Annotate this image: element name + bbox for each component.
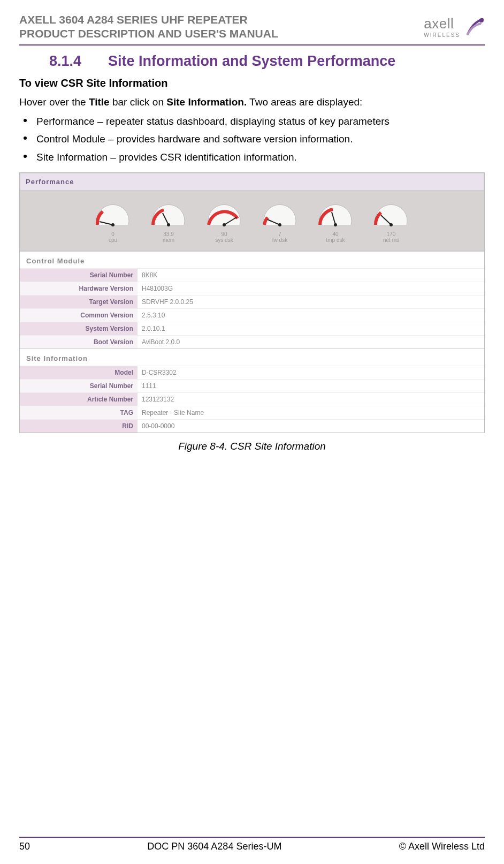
row-value: 2.5.3.10 xyxy=(138,309,484,322)
table-row: TAGRepeater - Site Name xyxy=(20,406,484,420)
svg-point-6 xyxy=(223,223,226,226)
row-key: RID xyxy=(20,420,138,433)
gauge-value: 0 xyxy=(111,231,114,237)
gauge-label: cpu xyxy=(109,237,117,243)
doc-title: AXELL 3604 A284 SERIES UHF REPEATER PROD… xyxy=(19,13,278,41)
table-row: Target VersionSDRVHF 2.0.0.25 xyxy=(20,295,484,309)
row-key: Article Number xyxy=(20,393,138,406)
table-row: Article Number123123132 xyxy=(20,393,484,406)
list-item: Performance – repeater status dashboard,… xyxy=(19,113,485,129)
control-module-panel-title: Control Module xyxy=(20,251,484,268)
gauge-cpu: 0cpu xyxy=(91,198,135,243)
table-row: Serial Number8K8K xyxy=(20,269,484,282)
svg-point-0 xyxy=(479,18,484,22)
gauge-mem: 33.9mem xyxy=(147,198,190,243)
gauge-value: 90 xyxy=(221,231,227,237)
brand-text: axell WIRELESS xyxy=(424,16,460,38)
row-value: AviBoot 2.0.0 xyxy=(138,336,484,349)
row-key: Boot Version xyxy=(20,336,138,349)
row-value: H481003G xyxy=(138,282,484,295)
table-row: Boot VersionAviBoot 2.0.0 xyxy=(20,336,484,349)
row-key: Hardware Version xyxy=(20,282,138,295)
table-row: ModelD-CSR3302 xyxy=(20,366,484,380)
intro-text: Hover over the Title bar click on Site I… xyxy=(19,95,485,110)
row-value: 8K8K xyxy=(138,269,484,282)
doc-title-line2: PRODUCT DESCRIPTION AND USER'S MANUAL xyxy=(19,27,278,41)
figure-caption: Figure 8-4. CSR Site Information xyxy=(19,441,485,452)
row-value: 123123132 xyxy=(138,393,484,406)
row-key: TAG xyxy=(20,406,138,420)
svg-point-2 xyxy=(111,223,114,226)
performance-panel-title: Performance xyxy=(20,173,484,190)
gauge-sys-dsk: 90sys dsk xyxy=(202,198,246,243)
svg-point-10 xyxy=(334,223,337,226)
subheading: To view CSR Site Information xyxy=(19,77,485,89)
table-row: System Version2.0.10.1 xyxy=(20,322,484,336)
gauge-tmp-dsk: 40tmp dsk xyxy=(314,198,357,243)
site-info-table: ModelD-CSR3302 Serial Number1111 Article… xyxy=(20,366,484,433)
intro-pre: Hover over the xyxy=(19,96,89,108)
intro-bold2: Site Information. xyxy=(166,96,247,108)
row-value: SDRVHF 2.0.0.25 xyxy=(138,295,484,309)
row-key: Model xyxy=(20,366,138,380)
table-row: Serial Number1111 xyxy=(20,380,484,393)
brand: axell WIRELESS xyxy=(424,16,485,38)
gauge-label: fw dsk xyxy=(272,237,287,243)
list-item: Site Information – provides CSR identifi… xyxy=(19,149,485,165)
svg-point-12 xyxy=(390,223,393,226)
row-key: Common Version xyxy=(20,309,138,322)
gauge-net-ms: 170net ms xyxy=(369,198,413,243)
row-key: System Version xyxy=(20,322,138,336)
intro-mid: bar click on xyxy=(110,96,167,108)
row-value: 1111 xyxy=(138,380,484,393)
gauge-value: 33.9 xyxy=(163,231,173,237)
document-header: AXELL 3604 A284 SERIES UHF REPEATER PROD… xyxy=(19,13,485,46)
svg-point-4 xyxy=(167,223,170,226)
gauge-strip: 0cpu 33.9mem 90sys dsk 7fw dsk 40tmp dsk… xyxy=(20,190,484,251)
row-key: Serial Number xyxy=(20,380,138,393)
gauge-label: tmp dsk xyxy=(326,237,345,243)
intro-bold1: Title xyxy=(89,96,110,108)
brand-sub: WIRELESS xyxy=(424,32,460,38)
svg-point-8 xyxy=(278,223,281,226)
section-title: Site Information and System Performance xyxy=(108,53,395,70)
table-row: Hardware VersionH481003G xyxy=(20,282,484,295)
row-value: Repeater - Site Name xyxy=(138,406,484,420)
row-key: Serial Number xyxy=(20,269,138,282)
site-info-panel-title: Site Information xyxy=(20,348,484,366)
gauge-fw-dsk: 7fw dsk xyxy=(258,198,302,243)
embedded-screenshot: Performance 0cpu 33.9mem 90sys dsk 7fw d… xyxy=(19,172,485,433)
table-row: Common Version2.5.3.10 xyxy=(20,309,484,322)
section-number: 8.1.4 xyxy=(49,53,81,70)
footer-copy: © Axell Wireless Ltd xyxy=(399,841,485,852)
intro-post: Two areas are displayed: xyxy=(247,96,362,108)
brand-name: axell xyxy=(424,16,454,32)
section-heading: 8.1.4 Site Information and System Perfor… xyxy=(49,53,485,70)
gauge-value: 170 xyxy=(387,231,396,237)
gauge-value: 7 xyxy=(278,231,281,237)
row-value: D-CSR3302 xyxy=(138,366,484,380)
bullet-list: Performance – repeater status dashboard,… xyxy=(19,113,485,165)
row-value: 2.0.10.1 xyxy=(138,322,484,336)
row-key: Target Version xyxy=(20,295,138,309)
gauge-label: net ms xyxy=(383,237,399,243)
row-value: 00-00-0000 xyxy=(138,420,484,433)
gauge-value: 40 xyxy=(332,231,338,237)
brand-logo-icon xyxy=(463,16,485,37)
control-module-table: Serial Number8K8K Hardware VersionH48100… xyxy=(20,268,484,348)
page-footer: 50 DOC PN 3604 A284 Series-UM © Axell Wi… xyxy=(19,837,485,852)
table-row: RID00-00-0000 xyxy=(20,420,484,433)
page-number: 50 xyxy=(19,841,30,852)
doc-title-line1: AXELL 3604 A284 SERIES UHF REPEATER xyxy=(19,13,278,27)
gauge-label: sys dsk xyxy=(215,237,233,243)
gauge-label: mem xyxy=(163,237,174,243)
list-item: Control Module – provides hardware and s… xyxy=(19,131,485,147)
footer-doc: DOC PN 3604 A284 Series-UM xyxy=(147,841,281,852)
